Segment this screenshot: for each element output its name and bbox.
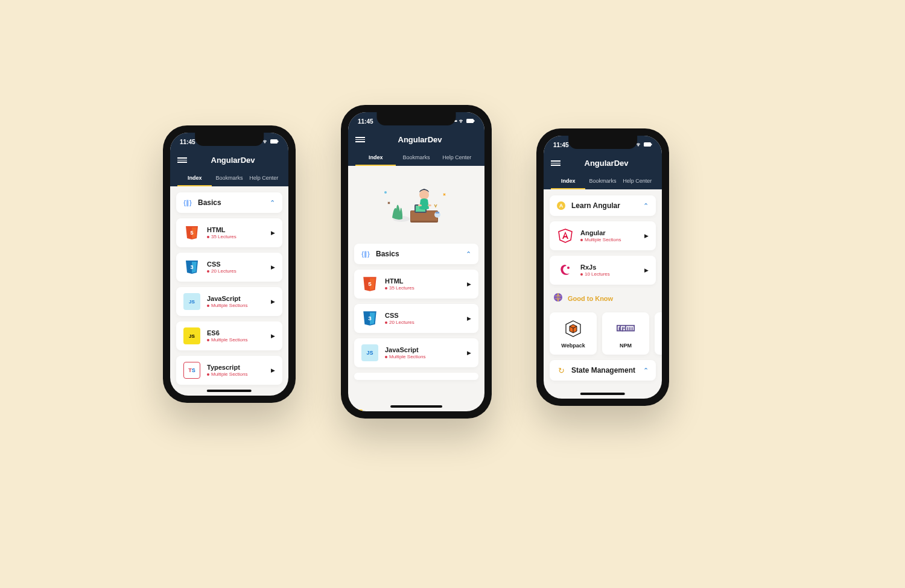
section-header-basics[interactable]: {∥} Basics ⌃ — [176, 192, 282, 213]
chevron-up-icon: ⌃ — [270, 199, 275, 207]
course-card-javascript[interactable]: JS JavaScript Multiple Sections ▶ — [354, 338, 478, 367]
course-card-es6[interactable]: JS ES6 Multiple Sections ▶ — [176, 321, 282, 350]
svg-rect-27 — [619, 327, 620, 330]
rxjs-icon — [557, 262, 574, 279]
course-subtitle: 35 Lectures — [385, 285, 460, 291]
home-indicator — [207, 390, 252, 392]
course-card-angular[interactable]: Angular Multiple Sections ▶ — [550, 221, 656, 250]
course-card-css[interactable]: 3 CSS 20 Lectures ▶ — [176, 253, 282, 282]
svg-rect-1 — [278, 141, 279, 142]
app-header: AngularDev Index Bookmarks Help Center — [544, 154, 662, 189]
hero-illustration — [354, 172, 478, 238]
chevron-up-icon: ⌃ — [466, 250, 471, 258]
css-icon: 3 — [361, 310, 378, 327]
section-header-learn-angular[interactable]: A Learn Angular ⌃ — [550, 195, 656, 216]
phone-mockup-1: 11:45 ᯤ AngularDev Index Bookmarks Help … — [163, 125, 296, 403]
svg-point-11 — [419, 190, 429, 200]
svg-rect-29 — [622, 327, 623, 331]
code-icon: {∥} — [183, 198, 192, 207]
webpack-icon — [564, 320, 582, 338]
course-subtitle: Multiple Sections — [207, 337, 264, 343]
svg-rect-13 — [428, 204, 431, 206]
course-subtitle: Multiple Sections — [207, 371, 264, 377]
good-to-know-row[interactable]: Webpack NPM — [550, 312, 656, 355]
content-scroll[interactable]: A Learn Angular ⌃ Angular Multiple Secti… — [544, 189, 662, 399]
course-card-typescript[interactable]: TS Typescript Multiple Sections ▶ — [176, 356, 282, 385]
html-icon: 5 — [361, 276, 378, 292]
gtk-card-npm[interactable]: NPM — [602, 312, 649, 355]
play-icon: ▶ — [271, 230, 275, 236]
phone-mockup-2: 11:45 ••••• ᯤ AngularDev Index Bookmarks… — [341, 105, 492, 419]
html-icon: 5 — [183, 224, 200, 241]
course-title: CSS — [207, 261, 264, 268]
gtk-label: Webpack — [552, 343, 594, 349]
notch — [568, 136, 637, 149]
svg-rect-33 — [629, 327, 630, 330]
section-title: State Management — [571, 366, 637, 375]
refresh-icon: ↻ — [557, 366, 565, 375]
gtk-card-webpack[interactable]: Webpack — [550, 312, 597, 355]
tabs: Index Bookmarks Help Center — [355, 150, 477, 166]
tab-bookmarks[interactable]: Bookmarks — [585, 174, 620, 189]
svg-rect-15 — [436, 212, 439, 213]
tabs: Index Bookmarks Help Center — [177, 171, 281, 186]
tab-help[interactable]: Help Center — [620, 174, 655, 189]
course-card-html[interactable]: 5 HTML 35 Lectures ▶ — [354, 270, 478, 299]
section-title: Basics — [198, 198, 264, 207]
tab-index[interactable]: Index — [355, 150, 396, 166]
content-scroll[interactable]: {∥} Basics ⌃ 5 HTML 35 Lectures ▶ 3 CSS — [170, 186, 288, 396]
svg-text:3: 3 — [368, 315, 372, 321]
ts-icon: TS — [183, 362, 200, 379]
angular-icon — [557, 227, 574, 244]
tab-help[interactable]: Help Center — [437, 150, 477, 166]
tab-index[interactable]: Index — [551, 174, 585, 189]
globe-icon — [553, 292, 563, 305]
course-title: RxJs — [580, 264, 638, 271]
play-icon: ▶ — [271, 299, 275, 305]
home-indicator — [390, 405, 442, 408]
svg-text:5: 5 — [190, 230, 193, 236]
svg-rect-19 — [644, 142, 651, 147]
play-icon: ▶ — [467, 315, 471, 321]
course-subtitle: 20 Lectures — [207, 268, 264, 274]
app-title: AngularDev — [363, 135, 477, 144]
course-title: CSS — [385, 312, 460, 319]
gtk-card-partial[interactable] — [655, 312, 662, 355]
course-card-javascript[interactable]: JS JavaScript Multiple Sections ▶ — [176, 287, 282, 316]
app-title: AngularDev — [185, 156, 281, 165]
tab-index[interactable]: Index — [177, 171, 212, 186]
play-icon: ▶ — [467, 281, 471, 287]
code-icon: {∥} — [361, 250, 370, 258]
notch — [195, 133, 264, 146]
course-card-html[interactable]: 5 HTML 35 Lectures ▶ — [176, 218, 282, 247]
gtk-label: NPM — [605, 343, 647, 349]
course-card-css[interactable]: 3 CSS 20 Lectures ▶ — [354, 304, 478, 333]
svg-rect-20 — [651, 144, 652, 145]
status-icons: ᯤ — [263, 139, 279, 145]
phone-mockup-3: 11:45 ••••• ᯤ AngularDev Index Bookmarks… — [536, 128, 669, 406]
play-icon: ▶ — [271, 264, 275, 270]
svg-point-23 — [567, 267, 570, 269]
course-title: JavaScript — [207, 295, 264, 302]
chevron-up-icon: ⌃ — [643, 202, 649, 210]
course-card-rxjs[interactable]: RxJs 10 Lectures ▶ — [550, 256, 656, 285]
content-scroll[interactable]: {∥} Basics ⌃ 5 HTML 35 Lectures ▶ 3 CSS — [348, 166, 484, 411]
course-subtitle: 10 Lectures — [580, 271, 638, 277]
course-card-partial[interactable] — [354, 373, 478, 380]
course-title: ES6 — [207, 329, 264, 337]
section-title: Basics — [376, 250, 460, 258]
js-icon: JS — [183, 293, 200, 310]
tabs: Index Bookmarks Help Center — [551, 174, 655, 189]
play-icon: ▶ — [271, 367, 275, 373]
section-header-basics[interactable]: {∥} Basics ⌃ — [354, 244, 478, 264]
tab-help[interactable]: Help Center — [247, 171, 281, 186]
tab-bookmarks[interactable]: Bookmarks — [396, 150, 436, 166]
wifi-icon: ᯤ — [263, 139, 268, 145]
gtk-title: Good to Know — [568, 295, 613, 302]
status-time: 11:45 — [180, 139, 195, 145]
section-header-state-management[interactable]: ↻ State Management ⌃ — [550, 360, 656, 381]
svg-point-16 — [384, 191, 387, 194]
svg-point-24 — [554, 293, 562, 302]
course-title: Angular — [580, 229, 638, 236]
tab-bookmarks[interactable]: Bookmarks — [212, 171, 246, 186]
